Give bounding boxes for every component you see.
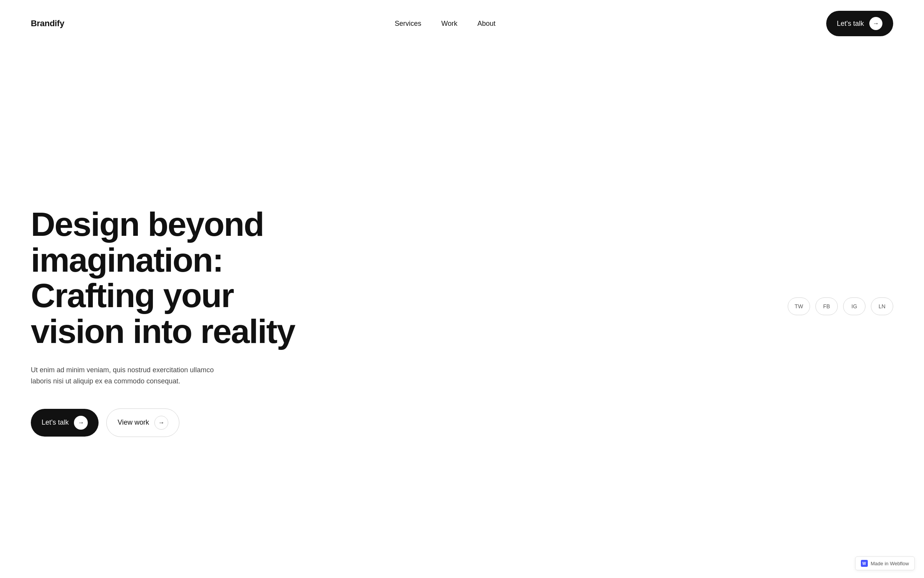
webflow-badge-label: Made in Webflow [871, 561, 909, 566]
webflow-badge: W Made in Webflow [855, 556, 915, 570]
hero-cta-primary-label: Let's talk [42, 418, 69, 427]
nav-links: Services Work About [395, 20, 495, 28]
hero-title: Design beyond imagination: Crafting your… [31, 207, 323, 349]
hero-cta-secondary-label: View work [117, 418, 149, 427]
nav-link-services[interactable]: Services [395, 20, 421, 27]
social-links: TW FB IG LN [788, 297, 893, 315]
social-link-tw[interactable]: TW [788, 297, 810, 315]
nav-link-about[interactable]: About [477, 20, 495, 27]
social-link-ln[interactable]: LN [871, 297, 893, 315]
hero-buttons: Let's talk → View work → [31, 408, 323, 437]
hero-section: Design beyond imagination: Crafting your… [0, 35, 924, 578]
hero-cta-primary-button[interactable]: Let's talk → [31, 409, 99, 437]
hero-cta-secondary-arrow-icon: → [154, 416, 168, 430]
navbar: Brandify Services Work About Let's talk … [0, 0, 924, 47]
social-link-fb[interactable]: FB [815, 297, 838, 315]
hero-subtitle: Ut enim ad minim veniam, quis nostrud ex… [31, 365, 216, 387]
nav-link-work[interactable]: Work [441, 20, 457, 27]
nav-cta-arrow-icon: → [869, 17, 882, 30]
webflow-logo-icon: W [861, 560, 868, 567]
nav-cta-label: Let's talk [837, 20, 864, 28]
hero-cta-primary-arrow-icon: → [74, 416, 88, 430]
hero-content: Design beyond imagination: Crafting your… [0, 129, 354, 483]
social-link-ig[interactable]: IG [843, 297, 865, 315]
hero-cta-secondary-button[interactable]: View work → [106, 408, 179, 437]
nav-cta-button[interactable]: Let's talk → [826, 11, 893, 36]
logo[interactable]: Brandify [31, 18, 64, 29]
